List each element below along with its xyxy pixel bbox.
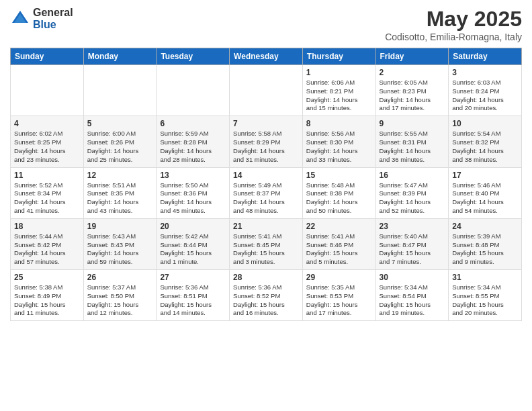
day-number: 2 (380, 68, 445, 77)
day-number: 19 (87, 222, 153, 231)
day-info: Sunrise: 6:06 AM Sunset: 8:21 PM Dayligh… (306, 79, 372, 113)
day-number: 24 (452, 222, 518, 231)
title-block: May 2025 Codisotto, Emilia-Romagna, Ital… (385, 7, 522, 42)
day-info: Sunrise: 6:05 AM Sunset: 8:23 PM Dayligh… (380, 79, 445, 113)
day-number: 8 (306, 119, 372, 128)
day-number: 20 (160, 222, 226, 231)
calendar-cell: 1Sunrise: 6:06 AM Sunset: 8:21 PM Daylig… (302, 65, 375, 116)
calendar-cell: 29Sunrise: 5:35 AM Sunset: 8:53 PM Dayli… (302, 270, 375, 321)
day-number: 15 (306, 171, 372, 180)
day-number: 29 (306, 273, 372, 282)
calendar-cell: 23Sunrise: 5:40 AM Sunset: 8:47 PM Dayli… (375, 218, 449, 269)
calendar-cell: 15Sunrise: 5:48 AM Sunset: 8:38 PM Dayli… (302, 167, 375, 218)
day-info: Sunrise: 5:34 AM Sunset: 8:54 PM Dayligh… (380, 283, 445, 318)
day-info: Sunrise: 5:50 AM Sunset: 8:36 PM Dayligh… (160, 181, 226, 216)
calendar-cell: 30Sunrise: 5:34 AM Sunset: 8:54 PM Dayli… (375, 270, 449, 321)
logo-icon (10, 9, 30, 29)
weekday-header-wednesday: Wednesday (230, 48, 303, 65)
logo-general: General (33, 7, 73, 19)
day-info: Sunrise: 6:02 AM Sunset: 8:25 PM Dayligh… (14, 130, 80, 164)
day-info: Sunrise: 5:36 AM Sunset: 8:51 PM Dayligh… (160, 283, 226, 318)
calendar-cell: 10Sunrise: 5:54 AM Sunset: 8:32 PM Dayli… (449, 116, 522, 167)
day-info: Sunrise: 5:37 AM Sunset: 8:50 PM Dayligh… (87, 283, 153, 318)
day-number: 3 (452, 68, 518, 77)
calendar-cell: 26Sunrise: 5:37 AM Sunset: 8:50 PM Dayli… (83, 270, 157, 321)
logo: General Blue (10, 7, 73, 30)
day-info: Sunrise: 5:54 AM Sunset: 8:32 PM Dayligh… (452, 130, 518, 164)
day-number: 7 (233, 119, 299, 128)
page-header: General Blue May 2025 Codisotto, Emilia-… (10, 7, 522, 42)
day-number: 14 (233, 171, 299, 180)
day-info: Sunrise: 5:58 AM Sunset: 8:29 PM Dayligh… (233, 130, 299, 164)
day-info: Sunrise: 5:56 AM Sunset: 8:30 PM Dayligh… (306, 130, 372, 164)
calendar-cell: 4Sunrise: 6:02 AM Sunset: 8:25 PM Daylig… (11, 116, 84, 167)
day-number: 23 (380, 222, 445, 231)
calendar-cell: 12Sunrise: 5:51 AM Sunset: 8:35 PM Dayli… (83, 167, 157, 218)
day-info: Sunrise: 5:46 AM Sunset: 8:40 PM Dayligh… (452, 181, 518, 216)
calendar-cell: 13Sunrise: 5:50 AM Sunset: 8:36 PM Dayli… (157, 167, 230, 218)
week-row-5: 25Sunrise: 5:38 AM Sunset: 8:49 PM Dayli… (11, 270, 522, 321)
day-info: Sunrise: 6:03 AM Sunset: 8:24 PM Dayligh… (452, 79, 518, 113)
calendar-cell: 20Sunrise: 5:42 AM Sunset: 8:44 PM Dayli… (157, 218, 230, 269)
day-number: 26 (87, 273, 153, 282)
day-info: Sunrise: 5:51 AM Sunset: 8:35 PM Dayligh… (87, 181, 153, 216)
day-number: 17 (452, 171, 518, 180)
calendar-cell: 5Sunrise: 6:00 AM Sunset: 8:26 PM Daylig… (83, 116, 157, 167)
calendar-cell: 14Sunrise: 5:49 AM Sunset: 8:37 PM Dayli… (230, 167, 303, 218)
calendar-cell: 11Sunrise: 5:52 AM Sunset: 8:34 PM Dayli… (11, 167, 84, 218)
day-number: 21 (233, 222, 299, 231)
calendar-cell (11, 65, 84, 116)
weekday-header-saturday: Saturday (449, 48, 522, 65)
calendar-cell: 24Sunrise: 5:39 AM Sunset: 8:48 PM Dayli… (449, 218, 522, 269)
calendar-cell: 16Sunrise: 5:47 AM Sunset: 8:39 PM Dayli… (375, 167, 449, 218)
calendar-cell: 8Sunrise: 5:56 AM Sunset: 8:30 PM Daylig… (302, 116, 375, 167)
day-info: Sunrise: 5:34 AM Sunset: 8:55 PM Dayligh… (452, 283, 518, 318)
weekday-header-thursday: Thursday (302, 48, 375, 65)
day-info: Sunrise: 5:39 AM Sunset: 8:48 PM Dayligh… (452, 232, 518, 267)
day-number: 25 (14, 273, 80, 282)
day-info: Sunrise: 5:41 AM Sunset: 8:45 PM Dayligh… (233, 232, 299, 267)
day-info: Sunrise: 5:47 AM Sunset: 8:39 PM Dayligh… (380, 181, 445, 216)
weekday-header-row: SundayMondayTuesdayWednesdayThursdayFrid… (11, 48, 522, 65)
day-number: 1 (306, 68, 372, 77)
day-info: Sunrise: 5:59 AM Sunset: 8:28 PM Dayligh… (160, 130, 226, 164)
calendar-cell: 19Sunrise: 5:43 AM Sunset: 8:43 PM Dayli… (83, 218, 157, 269)
day-info: Sunrise: 5:43 AM Sunset: 8:43 PM Dayligh… (87, 232, 153, 267)
day-number: 4 (14, 119, 80, 128)
calendar-cell: 25Sunrise: 5:38 AM Sunset: 8:49 PM Dayli… (11, 270, 84, 321)
day-info: Sunrise: 5:44 AM Sunset: 8:42 PM Dayligh… (14, 232, 80, 267)
day-number: 30 (380, 273, 445, 282)
day-number: 9 (380, 119, 445, 128)
calendar-cell: 9Sunrise: 5:55 AM Sunset: 8:31 PM Daylig… (375, 116, 449, 167)
day-number: 22 (306, 222, 372, 231)
calendar-cell: 17Sunrise: 5:46 AM Sunset: 8:40 PM Dayli… (449, 167, 522, 218)
week-row-3: 11Sunrise: 5:52 AM Sunset: 8:34 PM Dayli… (11, 167, 522, 218)
day-number: 12 (87, 171, 153, 180)
day-info: Sunrise: 5:35 AM Sunset: 8:53 PM Dayligh… (306, 283, 372, 318)
day-info: Sunrise: 5:41 AM Sunset: 8:46 PM Dayligh… (306, 232, 372, 267)
day-number: 18 (14, 222, 80, 231)
weekday-header-friday: Friday (375, 48, 449, 65)
week-row-1: 1Sunrise: 6:06 AM Sunset: 8:21 PM Daylig… (11, 65, 522, 116)
logo-text: General Blue (33, 7, 73, 30)
calendar-cell (157, 65, 230, 116)
day-info: Sunrise: 5:38 AM Sunset: 8:49 PM Dayligh… (14, 283, 80, 318)
day-number: 11 (14, 171, 80, 180)
logo-blue: Blue (33, 19, 73, 31)
weekday-header-sunday: Sunday (11, 48, 84, 65)
day-number: 10 (452, 119, 518, 128)
calendar-table: SundayMondayTuesdayWednesdayThursdayFrid… (10, 48, 522, 321)
weekday-header-tuesday: Tuesday (157, 48, 230, 65)
day-info: Sunrise: 5:49 AM Sunset: 8:37 PM Dayligh… (233, 181, 299, 216)
calendar-cell: 28Sunrise: 5:36 AM Sunset: 8:52 PM Dayli… (230, 270, 303, 321)
calendar-cell: 3Sunrise: 6:03 AM Sunset: 8:24 PM Daylig… (449, 65, 522, 116)
day-number: 5 (87, 119, 153, 128)
month-year: May 2025 (385, 7, 522, 32)
weekday-header-monday: Monday (83, 48, 157, 65)
location: Codisotto, Emilia-Romagna, Italy (385, 32, 522, 42)
day-number: 13 (160, 171, 226, 180)
day-info: Sunrise: 5:36 AM Sunset: 8:52 PM Dayligh… (233, 283, 299, 318)
calendar-cell: 18Sunrise: 5:44 AM Sunset: 8:42 PM Dayli… (11, 218, 84, 269)
day-number: 27 (160, 273, 226, 282)
calendar-cell: 22Sunrise: 5:41 AM Sunset: 8:46 PM Dayli… (302, 218, 375, 269)
